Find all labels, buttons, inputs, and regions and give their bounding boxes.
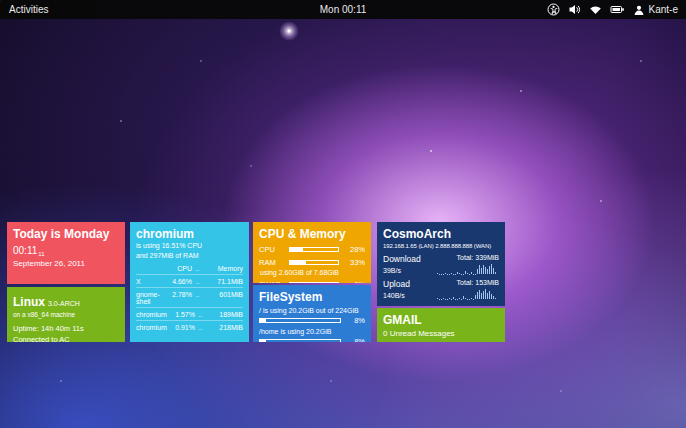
download-rate: 39B/s <box>383 267 429 274</box>
swap-progress-bar <box>289 282 339 283</box>
ram-progress-bar <box>289 260 339 265</box>
process-table-header: CPU .. Memory <box>136 264 243 274</box>
home-fs-bar <box>259 339 341 342</box>
widget-date: Today is Monday 00:1111 September 26, 20… <box>7 222 125 284</box>
cpu-memory-title: CPU & Memory <box>259 227 365 241</box>
process-mem: 601MiB <box>203 291 243 305</box>
process-mem: 189MiB <box>205 311 243 318</box>
os-name: Linux <box>13 295 45 309</box>
download-graph <box>437 263 499 274</box>
upload-section: Upload 140B/s Total: 153MiB <box>383 279 499 299</box>
activities-button[interactable]: Activities <box>0 0 57 19</box>
home-fs-row: 8% <box>259 337 365 342</box>
upload-total: Total: 153MiB <box>457 279 499 286</box>
process-row: chromium 1.57% .. 189MiB <box>136 307 243 320</box>
column-separator: .. <box>192 265 203 272</box>
upload-graph <box>437 288 499 299</box>
process-cpu: 4.66% <box>162 278 192 285</box>
process-mem: 71.1MiB <box>203 278 243 285</box>
swap-label: SWAP <box>259 280 285 283</box>
process-title: chromium <box>136 227 243 241</box>
desktop-wallpaper: Activities Mon 00:11 Kant-e T <box>0 0 686 428</box>
process-name: gnome-shell <box>136 291 162 305</box>
widget-top-process: chromium is using 16.51% CPU and 297MiB … <box>130 222 249 342</box>
date-text: September 26, 2011 <box>13 259 119 268</box>
column-memory: Memory <box>203 265 243 272</box>
row-separator: .. <box>195 324 205 331</box>
upload-rate: 140B/s <box>383 292 429 299</box>
process-cpu: 1.57% <box>167 311 195 318</box>
ram-percent: 33% <box>343 258 365 267</box>
upload-label: Upload <box>383 279 429 289</box>
download-label: Download <box>383 254 429 264</box>
widget-gmail: GMAIL 0 Unread Messages <box>377 308 505 342</box>
system-title: Linux3.0-ARCH <box>13 292 119 310</box>
row-separator: .. <box>195 311 205 318</box>
username: Kant-e <box>649 4 678 15</box>
root-fs-bar <box>259 318 341 323</box>
home-fs-percent: 8% <box>345 337 365 342</box>
root-fs-row: 8% <box>259 316 365 325</box>
cpu-progress-bar <box>289 247 339 252</box>
process-row: X 4.66% .. 71.1MiB <box>136 274 243 287</box>
gmail-status: 0 Unread Messages <box>383 329 499 338</box>
network-hostname: CosmoArch <box>383 227 499 241</box>
power-status: Connected to AC <box>13 335 119 342</box>
system-tray: Kant-e <box>547 0 686 19</box>
cpu-percent: 28% <box>343 245 365 254</box>
column-cpu: CPU <box>162 265 192 272</box>
cpu-row: CPU 28% <box>259 245 365 254</box>
wifi-icon[interactable] <box>589 3 602 16</box>
network-addresses: 192.168.1.65 (LAN) 2.888.888.888 (WAN) <box>383 243 499 249</box>
download-section: Download 39B/s Total: 339MiB <box>383 254 499 274</box>
filesystem-title: FileSystem <box>259 290 365 304</box>
swap-row: SWAP 0% <box>259 280 365 283</box>
widget-cpu-memory: CPU & Memory CPU 28% RAM 33% using 2.60G… <box>253 222 371 283</box>
process-cpu: 2.78% <box>162 291 192 305</box>
clock-button[interactable]: Mon 00:11 <box>320 4 367 15</box>
gmail-title: GMAIL <box>383 313 499 327</box>
machine-arch: on a x86_64 machine <box>13 310 119 319</box>
widget-system: Linux3.0-ARCH on a x86_64 machine Uptime… <box>7 287 125 342</box>
process-cpu: 0.91% <box>167 324 195 331</box>
process-mem: 218MiB <box>205 324 243 331</box>
swap-percent: 0% <box>343 280 365 283</box>
process-usage-line2: and 297MiB of RAM <box>136 251 243 260</box>
user-icon <box>633 4 645 16</box>
volume-icon[interactable] <box>568 3 581 16</box>
process-name: chromium <box>136 311 167 318</box>
kernel-version: 3.0-ARCH <box>48 300 80 307</box>
ram-row: RAM 33% <box>259 258 365 267</box>
user-menu[interactable]: Kant-e <box>633 4 678 16</box>
process-name: chromium <box>136 324 167 331</box>
battery-icon[interactable] <box>610 4 625 15</box>
process-name: X <box>136 278 162 285</box>
uptime-text: Uptime: 14h 40m 11s <box>13 324 119 335</box>
widget-network: CosmoArch 192.168.1.65 (LAN) 2.888.888.8… <box>377 222 505 306</box>
row-separator: .. <box>192 278 203 285</box>
root-fs-percent: 8% <box>345 316 365 325</box>
bright-star <box>279 21 299 41</box>
clock-time: 00:1111 <box>13 245 119 256</box>
row-separator: .. <box>192 291 203 305</box>
process-table: CPU .. Memory X 4.66% .. 71.1MiB gnome-s… <box>136 264 243 333</box>
process-row: gnome-shell 2.78% .. 601MiB <box>136 287 243 307</box>
process-row: chromium 0.91% .. 218MiB <box>136 320 243 333</box>
ram-detail: using 2.60GiB of 7.68GiB <box>259 269 365 276</box>
stars-decoration <box>0 0 686 428</box>
home-fs-label: /home is using 20.2GiB <box>259 328 365 335</box>
time-seconds: 11 <box>38 251 44 257</box>
cpu-label: CPU <box>259 245 285 254</box>
top-bar: Activities Mon 00:11 Kant-e <box>0 0 686 19</box>
time-value: 00:11 <box>13 245 37 256</box>
root-fs-label: / is using 20.2GiB out of 224GiB <box>259 307 365 314</box>
date-widget-title: Today is Monday <box>13 227 119 241</box>
accessibility-icon[interactable] <box>547 3 560 16</box>
widget-filesystem: FileSystem / is using 20.2GiB out of 224… <box>253 285 371 342</box>
ram-label: RAM <box>259 258 285 267</box>
download-total: Total: 339MiB <box>457 254 499 261</box>
process-usage-line1: is using 16.51% CPU <box>136 241 243 250</box>
